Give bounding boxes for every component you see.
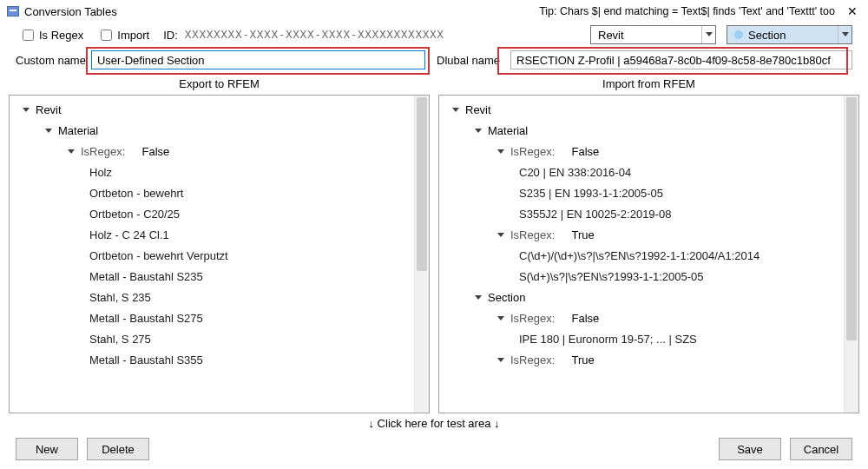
list-item[interactable]: Ortbeton - C20/25 <box>15 203 424 224</box>
scroll-thumb[interactable] <box>417 97 427 271</box>
tip-text: Tip: Chars $| end matching = Text$| find… <box>539 5 835 17</box>
caret-down-icon[interactable] <box>496 148 505 155</box>
caret-down-icon[interactable] <box>496 356 505 363</box>
import-pane: Import from RFEM Revit Material IsRegex:… <box>438 75 859 413</box>
list-item[interactable]: Stahl, S 275 <box>15 328 424 349</box>
export-title: Export to RFEM <box>9 75 430 95</box>
list-item[interactable]: S355J2 | EN 10025-2:2019-08 <box>444 203 853 224</box>
tree-branch-isregex-true[interactable]: IsRegex: True <box>444 224 853 245</box>
export-pane: Export to RFEM Revit Material IsRegex: F… <box>9 75 430 413</box>
caret-down-icon[interactable] <box>67 148 76 155</box>
name-inputs-row: Custom name Dlubal name <box>0 49 868 75</box>
tree-branch-isregex[interactable]: IsRegex: False <box>15 141 424 162</box>
scrollbar[interactable] <box>414 96 429 413</box>
test-area-toggle[interactable]: ↓ Click here for test area ↓ <box>0 413 868 434</box>
window-title: Conversion Tables <box>24 5 117 18</box>
close-icon[interactable]: ✕ <box>844 4 861 18</box>
isregex-checkbox[interactable]: Is Regex <box>23 29 83 42</box>
list-item[interactable]: IPE 180 | Euronorm 19-57; ... | SZS <box>444 328 853 349</box>
list-item[interactable]: C20 | EN 338:2016-04 <box>444 162 853 182</box>
isregex-input[interactable] <box>23 30 34 41</box>
import-title: Import from RFEM <box>438 75 859 95</box>
list-item[interactable]: Holz <box>15 162 424 182</box>
list-item[interactable]: S235 | EN 1993-1-1:2005-05 <box>444 182 853 203</box>
list-item[interactable]: Stahl, S 235 <box>15 287 424 307</box>
save-button[interactable]: Save <box>719 438 781 460</box>
caret-down-icon[interactable] <box>496 231 505 238</box>
id-label: ID: <box>163 29 178 42</box>
caret-down-icon[interactable] <box>474 127 483 134</box>
import-checkbox[interactable]: Import <box>101 29 149 42</box>
tree-branch-material[interactable]: Material <box>444 120 853 141</box>
new-button[interactable]: New <box>16 438 78 460</box>
caret-down-icon[interactable] <box>22 106 30 113</box>
cancel-button[interactable]: Cancel <box>790 438 852 460</box>
app-icon <box>7 6 19 17</box>
list-item[interactable]: S(\d+)\s?|\s?EN\s?1993-1-1:2005-05 <box>444 266 853 287</box>
caret-down-icon[interactable] <box>496 314 505 321</box>
tree-branch-material[interactable]: Material <box>15 120 424 141</box>
tree-branch-sec-isregex-false[interactable]: IsRegex: False <box>444 307 853 328</box>
tree-branch-isregex-false[interactable]: IsRegex: False <box>444 141 853 162</box>
custom-name-label: Custom name <box>16 54 91 67</box>
scrollbar[interactable] <box>844 96 858 413</box>
options-row: Is Regex Import ID: XXXXXXXX-XXXX-XXXX-X… <box>0 23 868 49</box>
tree-branch-section[interactable]: Section <box>444 287 853 307</box>
import-tree[interactable]: Revit Material IsRegex: False C20 | EN 3… <box>438 95 859 413</box>
list-item[interactable]: Metall - Baustahl S275 <box>15 307 424 328</box>
list-item[interactable]: Ortbeton - bewehrt Verputzt <box>15 245 424 266</box>
isregex-label: Is Regex <box>39 29 83 42</box>
list-item[interactable]: Metall - Baustahl S355 <box>15 349 424 370</box>
tree-root[interactable]: Revit <box>444 99 853 120</box>
section-dot-icon <box>734 30 743 39</box>
type-dropdown[interactable]: Section <box>727 25 852 44</box>
app-dropdown[interactable]: Revit <box>590 25 716 44</box>
tree-root[interactable]: Revit <box>15 99 424 120</box>
id-value: XXXXXXXX-XXXX-XXXX-XXXX-XXXXXXXXXXXX <box>185 29 444 42</box>
chevron-down-icon[interactable] <box>701 26 715 43</box>
import-label: Import <box>117 29 149 42</box>
list-item[interactable]: C(\d+)/(\d+)\s?|\s?EN\s?1992-1-1:2004/A1… <box>444 245 853 266</box>
caret-down-icon[interactable] <box>474 294 483 301</box>
list-item[interactable]: Ortbeton - bewehrt <box>15 182 424 203</box>
import-input[interactable] <box>101 30 112 41</box>
chevron-down-icon[interactable] <box>838 26 852 43</box>
list-item[interactable]: Metall - Baustahl S235 <box>15 266 424 287</box>
export-tree[interactable]: Revit Material IsRegex: False Holz Ortbe… <box>9 95 430 413</box>
footer: New Delete Save Cancel <box>0 434 868 469</box>
delete-button[interactable]: Delete <box>87 438 149 460</box>
tree-branch-sec-isregex-true[interactable]: IsRegex: True <box>444 349 853 370</box>
custom-name-input[interactable] <box>91 50 425 69</box>
dlubal-name-label: Dlubal name <box>437 54 505 67</box>
app-dropdown-text: Revit <box>591 29 633 42</box>
caret-down-icon[interactable] <box>44 127 53 134</box>
type-dropdown-text: Section <box>727 29 794 42</box>
titlebar: Conversion Tables Tip: Chars $| end matc… <box>0 0 868 23</box>
list-item[interactable]: Holz - C 24 Cl.1 <box>15 224 424 245</box>
scroll-thumb[interactable] <box>846 97 857 340</box>
dlubal-name-input[interactable] <box>510 50 852 69</box>
caret-down-icon[interactable] <box>451 106 460 113</box>
